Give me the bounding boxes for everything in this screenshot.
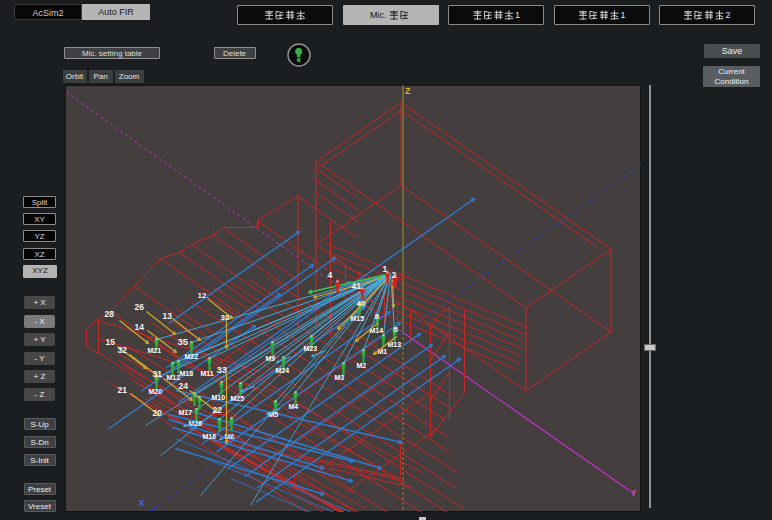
svg-text:14: 14 (134, 321, 144, 331)
svg-text:15: 15 (105, 336, 115, 346)
svg-text:26: 26 (134, 301, 144, 311)
svg-text:M2: M2 (356, 361, 366, 368)
svg-text:M1: M1 (377, 347, 387, 354)
svg-text:M20: M20 (148, 387, 162, 394)
svg-text:28: 28 (104, 308, 114, 318)
svg-text:38: 38 (220, 312, 229, 321)
svg-text:Y: Y (630, 487, 636, 497)
svg-text:M24: M24 (275, 366, 289, 373)
svg-text:Z: Z (405, 85, 411, 95)
svg-text:21: 21 (117, 384, 127, 394)
svg-text:33: 33 (216, 363, 227, 374)
svg-text:5: 5 (393, 324, 398, 333)
svg-text:M21: M21 (147, 346, 161, 353)
svg-text:12: 12 (197, 290, 206, 299)
svg-text:22: 22 (212, 404, 222, 414)
svg-text:M25: M25 (230, 394, 244, 401)
svg-text:M22: M22 (184, 352, 198, 359)
svg-text:24: 24 (178, 380, 188, 390)
svg-text:32: 32 (117, 344, 127, 354)
svg-text:8: 8 (374, 311, 379, 320)
svg-text:M17: M17 (178, 408, 192, 415)
svg-text:M26: M26 (188, 419, 202, 426)
svg-text:M23: M23 (303, 344, 317, 351)
svg-text:M12: M12 (166, 373, 180, 380)
svg-text:40: 40 (356, 298, 365, 307)
svg-text:M4: M4 (288, 402, 298, 409)
svg-text:4: 4 (327, 269, 332, 279)
svg-text:20: 20 (152, 407, 162, 417)
svg-text:M9: M9 (265, 354, 275, 361)
svg-text:35: 35 (177, 335, 188, 346)
svg-text:M11: M11 (200, 369, 213, 376)
svg-text:M15: M15 (350, 314, 364, 321)
svg-text:M3: M3 (334, 373, 344, 380)
svg-text:M18: M18 (179, 369, 193, 376)
svg-text:31: 31 (152, 368, 162, 378)
svg-text:M16: M16 (202, 432, 216, 439)
svg-text:41: 41 (351, 280, 361, 290)
svg-text:X: X (138, 497, 144, 507)
svg-text:1: 1 (382, 263, 387, 273)
svg-text:13: 13 (162, 310, 172, 320)
svg-text:2: 2 (391, 269, 396, 279)
svg-text:M10: M10 (211, 393, 225, 400)
